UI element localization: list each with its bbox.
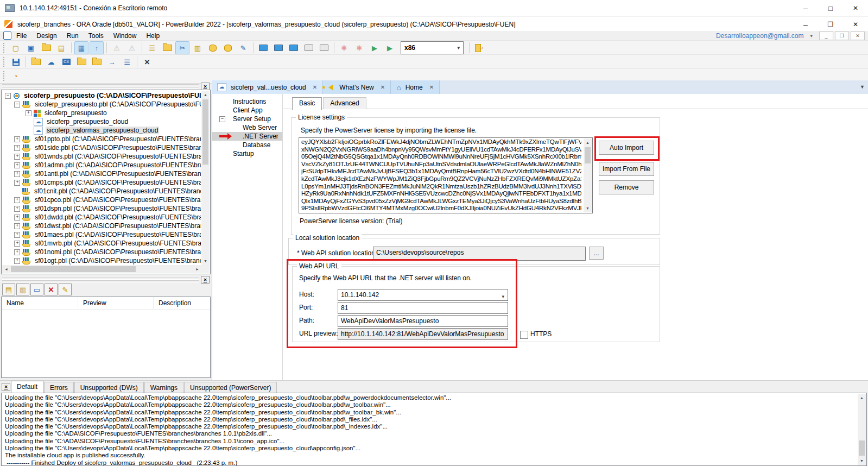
- scroll-down-icon[interactable]: [584, 204, 592, 212]
- target-platform-select[interactable]: x86: [401, 41, 464, 54]
- rename-button[interactable]: ▭: [30, 284, 43, 295]
- output-tab-unsupported-dws[interactable]: Unsupported (DWs): [74, 382, 144, 393]
- doc-tab-what-s-new[interactable]: What's New: [323, 80, 391, 94]
- tree-item[interactable]: +sf01ogt.pbl (C:\ADA\SICOF\Presupuesto\F…: [3, 256, 201, 265]
- menu-item-window[interactable]: Window: [109, 32, 142, 40]
- expand-icon[interactable]: +: [14, 232, 20, 238]
- expand-icon[interactable]: +: [14, 145, 20, 151]
- rdp-minimize-button[interactable]: [793, 0, 818, 16]
- tree-item[interactable]: ☁sicoferp_presupuesto_cloud: [3, 117, 201, 126]
- database-painter-button[interactable]: [221, 41, 235, 54]
- project-list-button[interactable]: ☰: [120, 55, 134, 68]
- archive-window-button[interactable]: [317, 41, 331, 54]
- tree-item[interactable]: +sf01admn.pbl (C:\ADA\SICOF\Presupuesto\…: [3, 161, 201, 169]
- license-textbox[interactable]: eyJQYXlsb2FkIjoiOGprbkRoZlFEWkJ4djNObmZL…: [299, 137, 593, 213]
- mdi-restore-button[interactable]: ❐: [835, 32, 849, 40]
- close-icon[interactable]: [381, 84, 385, 90]
- mdi-close-button[interactable]: ✕: [851, 32, 865, 40]
- todo-list-button[interactable]: ☰: [145, 41, 159, 54]
- expand-icon[interactable]: +: [14, 258, 20, 264]
- save-button[interactable]: [9, 55, 23, 68]
- nav-item-startup[interactable]: Startup: [212, 149, 282, 158]
- powerserver-button[interactable]: ◔: [9, 70, 23, 83]
- solution-location-field[interactable]: C:\Users\devops\source\repos: [373, 247, 586, 261]
- https-checkbox[interactable]: [520, 331, 528, 339]
- menu-item-design[interactable]: Design: [31, 32, 61, 40]
- license-scrollbar[interactable]: [584, 138, 592, 212]
- host-combobox[interactable]: 10.1.140.142: [338, 289, 508, 301]
- deploy-project-button[interactable]: [29, 55, 43, 68]
- scroll-up-icon[interactable]: [201, 91, 210, 99]
- tree-hscroll-thumb[interactable]: [11, 266, 136, 272]
- run-button[interactable]: ▶: [368, 41, 382, 54]
- expand-icon[interactable]: +: [14, 197, 20, 203]
- tree-item[interactable]: +sf01ppto.pbl (C:\ADA\SICOF\Presupuesto\…: [3, 135, 201, 143]
- chevron-down-icon[interactable]: [457, 45, 460, 51]
- collapse-icon[interactable]: −: [5, 93, 11, 99]
- column-description[interactable]: Description: [154, 297, 210, 309]
- menu-item-tools[interactable]: Tools: [84, 32, 109, 40]
- auto-import-button[interactable]: Auto Import: [599, 141, 654, 155]
- tab-list-dropdown-icon[interactable]: [860, 84, 865, 90]
- nav-item-database[interactable]: Database: [212, 141, 282, 149]
- exit-button[interactable]: [472, 41, 486, 54]
- csharp-button[interactable]: C#: [59, 55, 73, 68]
- system-tree-close-icon[interactable]: [201, 83, 210, 90]
- browse-button[interactable]: ...: [589, 247, 604, 260]
- column-name[interactable]: Name: [2, 297, 78, 309]
- expand-icon[interactable]: +: [14, 241, 20, 247]
- edit-button[interactable]: ✎: [236, 41, 250, 54]
- collapse-icon[interactable]: −: [14, 102, 20, 108]
- new-window-button[interactable]: [256, 41, 270, 54]
- output-scroll-thumb[interactable]: [859, 440, 865, 456]
- nav-item-instructions[interactable]: Instructions: [212, 97, 282, 106]
- delete-button[interactable]: ✕: [45, 284, 58, 295]
- tree-vscroll-thumb[interactable]: [202, 99, 208, 165]
- tree-item[interactable]: sf01cnit.pbl (C:\ADA\SICOF\Presupuesto\F…: [3, 187, 201, 196]
- expand-icon[interactable]: +: [14, 223, 20, 229]
- close-toolbar-button[interactable]: ✕: [140, 55, 154, 68]
- tree-item[interactable]: +sf01wnds.pbl (C:\ADA\SICOF\Presupuesto\…: [3, 152, 201, 161]
- chevron-down-icon[interactable]: [502, 292, 504, 301]
- tree-item[interactable]: +sf01dwdd.pbl (C:\ADA\SICOF\Presupuesto\…: [3, 213, 201, 222]
- select-run-button[interactable]: ▶: [383, 41, 397, 54]
- export-button[interactable]: →: [105, 55, 119, 68]
- output-tab-unsupported-powerserver[interactable]: Unsupported (PowerServer): [184, 382, 277, 393]
- output-scrollbar[interactable]: [858, 394, 866, 465]
- tree-item[interactable]: −sicoferp_presupuesto (C:\ADA\SICOF\Pres…: [3, 91, 201, 100]
- expand-icon[interactable]: +: [14, 180, 20, 186]
- import-from-file-button[interactable]: Import From File: [599, 162, 654, 176]
- scroll-right-icon[interactable]: [193, 265, 201, 273]
- clip-window-button[interactable]: ✂: [175, 41, 189, 54]
- port-field[interactable]: 81: [338, 302, 508, 314]
- output-window-button[interactable]: ▥: [191, 41, 205, 54]
- deploy-button[interactable]: ↑: [90, 41, 104, 54]
- scroll-up-icon[interactable]: [584, 138, 592, 147]
- tree-item[interactable]: ☁sicoferp_valormas_presupuesto_cloud: [3, 126, 201, 135]
- prev-error-button[interactable]: ⚠: [125, 41, 139, 54]
- expand-icon[interactable]: +: [14, 154, 20, 160]
- menu-item-help[interactable]: Help: [141, 32, 164, 40]
- edit-note-button[interactable]: ✎: [59, 284, 72, 295]
- remove-button[interactable]: Remove: [599, 180, 654, 194]
- output-tab-errors[interactable]: Errors: [44, 382, 74, 393]
- inherit-button[interactable]: ▣: [24, 41, 38, 54]
- output-close-icon[interactable]: [2, 383, 10, 391]
- scroll-up-icon[interactable]: [858, 394, 866, 402]
- open-button[interactable]: [39, 41, 53, 54]
- doc-tab-home[interactable]: Home: [391, 80, 440, 94]
- tree-item[interactable]: +sf01cmps.pbl (C:\ADA\SICOF\Presupuesto\…: [3, 178, 201, 187]
- tree-item[interactable]: +sf01dwst.pbl (C:\ADA\SICOF\Presupuesto\…: [3, 222, 201, 230]
- column-preview[interactable]: Preview: [78, 297, 154, 309]
- nav-item-server-setup[interactable]: −Server Setup: [212, 115, 282, 123]
- tree-item[interactable]: +sf01anti.pbl (C:\ADA\SICOF\Presupuesto\…: [3, 169, 201, 178]
- tree-item[interactable]: +sicoferp_presupuesto: [3, 109, 201, 117]
- rdp-maximize-button[interactable]: [818, 0, 843, 16]
- stop-project-button[interactable]: [90, 55, 104, 68]
- build-runtime-button[interactable]: ☁: [44, 55, 58, 68]
- nav-item-client-app[interactable]: Client App: [212, 106, 282, 115]
- menu-item-file[interactable]: File: [11, 32, 31, 40]
- close-icon[interactable]: [429, 84, 434, 90]
- expand-icon[interactable]: +: [14, 249, 20, 255]
- close-icon[interactable]: [313, 84, 317, 90]
